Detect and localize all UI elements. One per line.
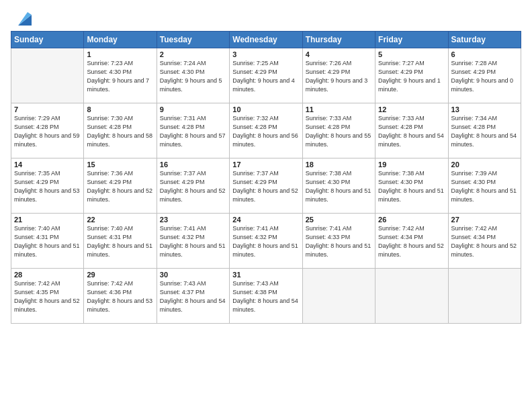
day-number: 6 <box>451 50 518 58</box>
day-number: 3 <box>232 50 299 58</box>
day-info: Sunrise: 7:28 AMSunset: 4:29 PMDaylight:… <box>451 59 518 94</box>
day-info: Sunrise: 7:29 AMSunset: 4:28 PMDaylight:… <box>14 114 81 149</box>
calendar-cell: 16 Sunrise: 7:37 AMSunset: 4:29 PMDaylig… <box>157 158 229 214</box>
calendar-cell <box>11 48 84 103</box>
day-number: 9 <box>160 105 226 113</box>
day-info: Sunrise: 7:42 AMSunset: 4:35 PMDaylight:… <box>14 279 81 314</box>
day-number: 30 <box>160 271 226 279</box>
day-number: 13 <box>451 105 518 113</box>
weekday-header-wednesday: Wednesday <box>230 32 302 48</box>
calendar-cell: 23 Sunrise: 7:41 AMSunset: 4:32 PMDaylig… <box>157 214 229 269</box>
day-number: 21 <box>14 216 81 224</box>
weekday-header-friday: Friday <box>375 32 448 48</box>
calendar-cell: 20 Sunrise: 7:39 AMSunset: 4:30 PMDaylig… <box>448 158 521 214</box>
day-number: 10 <box>232 105 299 113</box>
calendar-cell: 26 Sunrise: 7:42 AMSunset: 4:34 PMDaylig… <box>375 214 448 269</box>
weekday-header-thursday: Thursday <box>302 32 375 48</box>
day-number: 17 <box>232 161 299 169</box>
calendar-cell: 17 Sunrise: 7:37 AMSunset: 4:29 PMDaylig… <box>230 158 302 214</box>
day-info: Sunrise: 7:30 AMSunset: 4:28 PMDaylight:… <box>87 114 153 149</box>
day-info: Sunrise: 7:31 AMSunset: 4:28 PMDaylight:… <box>160 114 226 149</box>
day-info: Sunrise: 7:39 AMSunset: 4:30 PMDaylight:… <box>451 169 518 204</box>
day-number: 31 <box>232 271 299 279</box>
day-info: Sunrise: 7:35 AMSunset: 4:29 PMDaylight:… <box>14 169 81 204</box>
calendar-cell: 14 Sunrise: 7:35 AMSunset: 4:29 PMDaylig… <box>11 158 84 214</box>
calendar-cell: 29 Sunrise: 7:42 AMSunset: 4:36 PMDaylig… <box>84 269 157 324</box>
calendar-cell: 30 Sunrise: 7:43 AMSunset: 4:37 PMDaylig… <box>157 269 229 324</box>
day-info: Sunrise: 7:36 AMSunset: 4:29 PMDaylight:… <box>87 169 153 204</box>
day-number: 28 <box>14 271 81 279</box>
calendar-cell: 24 Sunrise: 7:41 AMSunset: 4:32 PMDaylig… <box>230 214 302 269</box>
weekday-header-saturday: Saturday <box>448 32 521 48</box>
calendar-cell: 19 Sunrise: 7:38 AMSunset: 4:30 PMDaylig… <box>375 158 448 214</box>
calendar-cell: 25 Sunrise: 7:41 AMSunset: 4:33 PMDaylig… <box>302 214 375 269</box>
calendar-cell: 11 Sunrise: 7:33 AMSunset: 4:28 PMDaylig… <box>302 103 375 158</box>
calendar-cell: 2 Sunrise: 7:24 AMSunset: 4:30 PMDayligh… <box>157 48 229 103</box>
day-info: Sunrise: 7:41 AMSunset: 4:32 PMDaylight:… <box>232 224 299 259</box>
calendar-cell: 1 Sunrise: 7:23 AMSunset: 4:30 PMDayligh… <box>84 48 157 103</box>
calendar-cell: 27 Sunrise: 7:42 AMSunset: 4:34 PMDaylig… <box>448 214 521 269</box>
day-info: Sunrise: 7:33 AMSunset: 4:28 PMDaylight:… <box>378 114 445 149</box>
day-number: 16 <box>160 161 226 169</box>
calendar-cell: 21 Sunrise: 7:40 AMSunset: 4:31 PMDaylig… <box>11 214 84 269</box>
day-number: 7 <box>14 105 81 113</box>
day-info: Sunrise: 7:40 AMSunset: 4:31 PMDaylight:… <box>14 224 81 259</box>
calendar-table: SundayMondayTuesdayWednesdayThursdayFrid… <box>11 31 521 324</box>
day-number: 4 <box>306 50 372 58</box>
day-info: Sunrise: 7:24 AMSunset: 4:30 PMDaylight:… <box>160 59 226 94</box>
day-info: Sunrise: 7:41 AMSunset: 4:32 PMDaylight:… <box>160 224 226 259</box>
header <box>11 7 521 28</box>
day-info: Sunrise: 7:25 AMSunset: 4:29 PMDaylight:… <box>232 59 299 94</box>
calendar-cell: 28 Sunrise: 7:42 AMSunset: 4:35 PMDaylig… <box>11 269 84 324</box>
day-number: 23 <box>160 216 226 224</box>
day-number: 24 <box>232 216 299 224</box>
calendar-cell: 12 Sunrise: 7:33 AMSunset: 4:28 PMDaylig… <box>375 103 448 158</box>
day-number: 25 <box>306 216 372 224</box>
day-info: Sunrise: 7:33 AMSunset: 4:28 PMDaylight:… <box>306 114 372 149</box>
day-number: 2 <box>160 50 226 58</box>
calendar-cell: 31 Sunrise: 7:43 AMSunset: 4:38 PMDaylig… <box>230 269 302 324</box>
calendar-week-2: 7 Sunrise: 7:29 AMSunset: 4:28 PMDayligh… <box>11 103 521 158</box>
day-info: Sunrise: 7:27 AMSunset: 4:29 PMDaylight:… <box>378 59 445 94</box>
day-number: 15 <box>87 161 153 169</box>
calendar-cell: 15 Sunrise: 7:36 AMSunset: 4:29 PMDaylig… <box>84 158 157 214</box>
day-info: Sunrise: 7:43 AMSunset: 4:37 PMDaylight:… <box>160 279 226 314</box>
day-info: Sunrise: 7:41 AMSunset: 4:33 PMDaylight:… <box>306 224 372 259</box>
day-number: 14 <box>14 161 81 169</box>
day-info: Sunrise: 7:42 AMSunset: 4:36 PMDaylight:… <box>87 279 153 314</box>
day-number: 11 <box>306 105 372 113</box>
day-number: 29 <box>87 271 153 279</box>
calendar-week-1: 1 Sunrise: 7:23 AMSunset: 4:30 PMDayligh… <box>11 48 521 103</box>
day-info: Sunrise: 7:38 AMSunset: 4:30 PMDaylight:… <box>378 169 445 204</box>
calendar-week-5: 28 Sunrise: 7:42 AMSunset: 4:35 PMDaylig… <box>11 269 521 324</box>
page-container: SundayMondayTuesdayWednesdayThursdayFrid… <box>0 0 532 330</box>
day-info: Sunrise: 7:42 AMSunset: 4:34 PMDaylight:… <box>451 224 518 259</box>
weekday-header-monday: Monday <box>84 32 157 48</box>
day-info: Sunrise: 7:38 AMSunset: 4:30 PMDaylight:… <box>306 169 372 204</box>
day-info: Sunrise: 7:40 AMSunset: 4:31 PMDaylight:… <box>87 224 153 259</box>
calendar-week-3: 14 Sunrise: 7:35 AMSunset: 4:29 PMDaylig… <box>11 158 521 214</box>
calendar-cell: 4 Sunrise: 7:26 AMSunset: 4:29 PMDayligh… <box>302 48 375 103</box>
calendar-cell: 18 Sunrise: 7:38 AMSunset: 4:30 PMDaylig… <box>302 158 375 214</box>
day-number: 18 <box>306 161 372 169</box>
calendar-cell: 13 Sunrise: 7:34 AMSunset: 4:28 PMDaylig… <box>448 103 521 158</box>
day-number: 27 <box>451 216 518 224</box>
calendar-cell: 10 Sunrise: 7:32 AMSunset: 4:28 PMDaylig… <box>230 103 302 158</box>
day-info: Sunrise: 7:32 AMSunset: 4:28 PMDaylight:… <box>232 114 299 149</box>
day-number: 12 <box>378 105 445 113</box>
calendar-cell: 6 Sunrise: 7:28 AMSunset: 4:29 PMDayligh… <box>448 48 521 103</box>
day-number: 19 <box>378 161 445 169</box>
day-number: 8 <box>87 105 153 113</box>
day-info: Sunrise: 7:43 AMSunset: 4:38 PMDaylight:… <box>232 279 299 314</box>
day-info: Sunrise: 7:37 AMSunset: 4:29 PMDaylight:… <box>160 169 226 204</box>
calendar-cell: 22 Sunrise: 7:40 AMSunset: 4:31 PMDaylig… <box>84 214 157 269</box>
day-number: 20 <box>451 161 518 169</box>
day-info: Sunrise: 7:37 AMSunset: 4:29 PMDaylight:… <box>232 169 299 204</box>
calendar-cell <box>448 269 521 324</box>
calendar-cell <box>302 269 375 324</box>
day-number: 5 <box>378 50 445 58</box>
day-number: 22 <box>87 216 153 224</box>
day-info: Sunrise: 7:34 AMSunset: 4:28 PMDaylight:… <box>451 114 518 149</box>
day-info: Sunrise: 7:23 AMSunset: 4:30 PMDaylight:… <box>87 59 153 94</box>
weekday-header-row: SundayMondayTuesdayWednesdayThursdayFrid… <box>11 32 521 48</box>
